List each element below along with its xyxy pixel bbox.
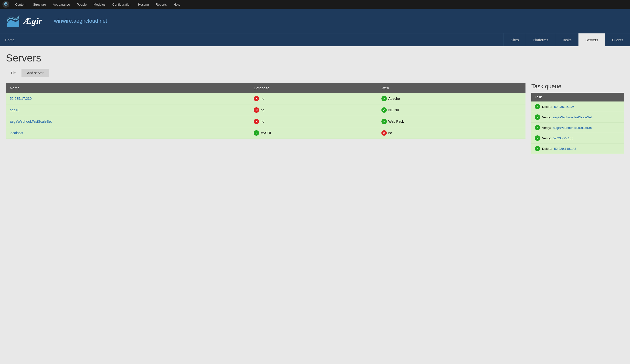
task-header-row: Task: [531, 93, 624, 101]
x-icon: ✕: [382, 130, 387, 136]
task-status-icon: ✓: [535, 114, 540, 120]
nav-clients[interactable]: Clients: [605, 33, 630, 46]
col-web: Web: [378, 83, 526, 93]
nav-appearance[interactable]: Appearance: [49, 1, 73, 8]
tab-add-server[interactable]: Add server: [22, 69, 49, 77]
check-icon: ✓: [254, 130, 259, 136]
aegir-logo-icon: [6, 14, 20, 28]
nav-configuration[interactable]: Configuration: [109, 1, 134, 8]
server-web-cell: ✓Apache: [378, 93, 526, 104]
task-row: ✓Delete: 52.229.118.143: [531, 143, 624, 154]
task-queue: Task queue Task ✓Delete: 52.235.25.105✓V…: [531, 83, 624, 154]
task-prefix: Verify:: [542, 136, 551, 140]
svg-point-2: [6, 4, 7, 5]
nav-help[interactable]: Help: [170, 1, 184, 8]
server-name-cell: localhost: [6, 127, 250, 139]
task-link[interactable]: 52.229.118.143: [554, 147, 576, 151]
drupal-logo-icon: [2, 0, 10, 8]
server-db-cell: ✕no: [250, 116, 378, 127]
site-logo: Ægir: [6, 14, 42, 28]
nav-hosting[interactable]: Hosting: [134, 1, 152, 8]
server-name-cell: aegir0: [6, 104, 250, 116]
task-row: ✓Verify: aegirWebhookTestScaleSet: [531, 112, 624, 122]
server-web-cell: ✓NGINX: [378, 104, 526, 116]
task-cell: ✓Delete: 52.229.118.143: [531, 143, 624, 154]
task-prefix: Verify:: [542, 126, 551, 130]
col-database: Database: [250, 83, 378, 93]
page-content: Servers List Add server Name Database We…: [0, 46, 630, 160]
header-divider: [48, 14, 48, 28]
task-table: Task ✓Delete: 52.235.25.105✓Verify: aegi…: [531, 93, 624, 154]
servers-table: Name Database Web 52.235.17.230✕no✓Apach…: [6, 83, 526, 139]
nav-tasks[interactable]: Tasks: [555, 33, 578, 46]
table-row: localhost✓MySQL✕no: [6, 127, 526, 139]
page-title: Servers: [6, 52, 624, 64]
task-status-icon: ✓: [535, 135, 540, 141]
server-name-cell: aegirWebhookTestScaleSet: [6, 116, 250, 127]
task-cell: ✓Verify: aegirWebhookTestScaleSet: [531, 122, 624, 133]
server-web-cell: ✓Web Pack: [378, 116, 526, 127]
server-link[interactable]: localhost: [10, 131, 23, 135]
task-status-icon: ✓: [535, 104, 540, 109]
secondary-nav: Home Sites Platforms Tasks Servers Clien…: [0, 33, 630, 46]
check-icon: ✓: [382, 107, 387, 113]
svg-point-1: [5, 4, 6, 5]
task-status-icon: ✓: [535, 125, 540, 130]
top-nav: Content Structure Appearance People Modu…: [0, 0, 630, 9]
top-nav-items: Content Structure Appearance People Modu…: [12, 1, 184, 8]
nav-content[interactable]: Content: [12, 1, 30, 8]
task-link[interactable]: aegirWebhookTestScaleSet: [553, 115, 592, 119]
main-layout: Name Database Web 52.235.17.230✕no✓Apach…: [6, 83, 624, 154]
server-web-cell: ✕no: [378, 127, 526, 139]
task-status-icon: ✓: [535, 146, 540, 151]
tab-list[interactable]: List: [6, 69, 22, 77]
x-icon: ✕: [254, 107, 259, 113]
task-link[interactable]: 52.235.25.105: [553, 136, 573, 140]
server-link[interactable]: 52.235.17.230: [10, 97, 32, 100]
task-row: ✓Verify: 52.235.25.105: [531, 133, 624, 143]
tabs: List Add server: [6, 69, 624, 77]
col-task: Task: [531, 93, 624, 101]
secondary-nav-right: Sites Platforms Tasks Servers Clients: [504, 33, 630, 46]
table-header-row: Name Database Web: [6, 83, 526, 93]
task-cell: ✓Delete: 52.235.25.105: [531, 101, 624, 112]
task-row: ✓Verify: aegirWebhookTestScaleSet: [531, 122, 624, 133]
x-icon: ✕: [254, 96, 259, 101]
logo-text: Ægir: [24, 16, 42, 26]
table-row: aegir0✕no✓NGINX: [6, 104, 526, 116]
task-queue-title: Task queue: [531, 83, 624, 90]
task-link[interactable]: 52.235.25.105: [554, 105, 574, 109]
table-row: 52.235.17.230✕no✓Apache: [6, 93, 526, 104]
nav-platforms[interactable]: Platforms: [526, 33, 555, 46]
x-icon: ✕: [254, 119, 259, 124]
nav-servers[interactable]: Servers: [578, 33, 605, 46]
site-url: winwire.aegircloud.net: [54, 18, 107, 24]
server-db-cell: ✓MySQL: [250, 127, 378, 139]
task-prefix: Delete:: [542, 147, 552, 151]
task-cell: ✓Verify: aegirWebhookTestScaleSet: [531, 112, 624, 122]
task-prefix: Verify:: [542, 115, 551, 119]
task-cell: ✓Verify: 52.235.25.105: [531, 133, 624, 143]
site-header: Ægir winwire.aegircloud.net: [0, 9, 630, 33]
home-link[interactable]: Home: [0, 33, 20, 46]
nav-sites[interactable]: Sites: [504, 33, 526, 46]
table-row: aegirWebhookTestScaleSet✕no✓Web Pack: [6, 116, 526, 127]
nav-modules[interactable]: Modules: [90, 1, 109, 8]
server-db-cell: ✕no: [250, 104, 378, 116]
nav-structure[interactable]: Structure: [30, 1, 50, 8]
server-db-cell: ✕no: [250, 93, 378, 104]
col-name: Name: [6, 83, 250, 93]
server-link[interactable]: aegirWebhookTestScaleSet: [10, 120, 52, 123]
table-section: Name Database Web 52.235.17.230✕no✓Apach…: [6, 83, 526, 139]
task-prefix: Delete:: [542, 105, 552, 109]
check-icon: ✓: [382, 96, 387, 101]
server-link[interactable]: aegir0: [10, 108, 19, 112]
server-name-cell: 52.235.17.230: [6, 93, 250, 104]
task-link[interactable]: aegirWebhookTestScaleSet: [553, 126, 592, 130]
check-icon: ✓: [382, 119, 387, 124]
nav-people[interactable]: People: [73, 1, 90, 8]
task-row: ✓Delete: 52.235.25.105: [531, 101, 624, 112]
nav-reports[interactable]: Reports: [152, 1, 170, 8]
